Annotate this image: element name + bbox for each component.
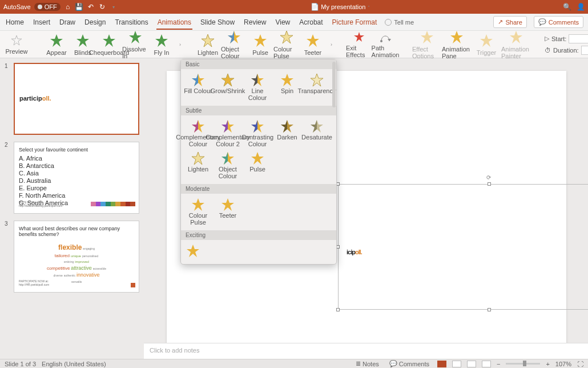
language-indicator[interactable]: English (United States) xyxy=(42,361,106,367)
autosave-toggle[interactable]: OFF xyxy=(34,3,61,11)
effect-teeter[interactable]: Teeter xyxy=(213,196,243,228)
path-animation-button[interactable]: Path Animation xyxy=(372,31,398,58)
anim-appear[interactable]: Appear xyxy=(43,33,70,56)
view-normal-icon[interactable] xyxy=(437,361,446,367)
tab-view[interactable]: View xyxy=(274,15,291,30)
slide-thumb-2[interactable]: Select your favourite continent A. Afric… xyxy=(14,142,139,214)
exit-effects-button[interactable]: Exit Effects xyxy=(346,31,372,58)
tab-picture-format[interactable]: Picture Format xyxy=(331,15,378,30)
effect-darken[interactable]: Darken xyxy=(272,118,302,150)
ribbon: Preview AppearBlindsChequerboardDissolve… xyxy=(0,31,588,58)
home-icon[interactable]: ⌂ xyxy=(64,3,72,11)
svg-marker-21 xyxy=(221,74,234,86)
anim-chequerboard[interactable]: Chequerboard xyxy=(96,33,122,56)
tab-draw[interactable]: Draw xyxy=(58,15,76,30)
view-sorter-icon[interactable] xyxy=(452,361,461,367)
tab-design[interactable]: Design xyxy=(83,15,107,30)
tab-animations[interactable]: Animations xyxy=(156,15,192,30)
group-header-subtle: Subtle xyxy=(181,106,336,115)
share-button[interactable]: ↗ Share xyxy=(493,16,526,28)
svg-marker-23 xyxy=(251,74,257,86)
svg-marker-9 xyxy=(254,34,267,47)
comments-toggle[interactable]: 💬 Comments xyxy=(387,360,432,367)
slide-thumb-1[interactable]: participoll. xyxy=(14,63,139,135)
effect-pulse[interactable]: Pulse xyxy=(243,150,272,182)
search-icon[interactable]: 🔍 xyxy=(563,3,571,11)
view-slideshow-icon[interactable] xyxy=(482,361,491,367)
svg-marker-24 xyxy=(281,74,293,86)
svg-marker-31 xyxy=(251,120,257,133)
anim-lighten[interactable]: Lighten xyxy=(195,33,221,56)
effect-desaturate[interactable]: Desaturate xyxy=(302,118,332,150)
animation-painter-button: Animation Painter xyxy=(501,30,531,59)
notes-pane[interactable]: Click to add notes xyxy=(144,343,588,359)
slide-3-note: PARTICIPATE NOW at: http://HR.participol… xyxy=(19,279,49,286)
qat-more-icon[interactable]: ▾ xyxy=(110,3,118,11)
redo-icon[interactable]: ↻ xyxy=(98,3,106,11)
rotate-handle-icon[interactable]: ⟳ xyxy=(486,174,492,180)
zoom-value[interactable]: 107% xyxy=(555,361,571,367)
svg-marker-1 xyxy=(50,34,63,47)
animation-pane-button[interactable]: Animation Pane xyxy=(442,30,472,59)
svg-marker-39 xyxy=(251,152,264,165)
tab-insert[interactable]: Insert xyxy=(32,15,51,30)
svg-marker-8 xyxy=(228,31,234,43)
fit-window-icon[interactable]: ⛶ xyxy=(577,361,583,367)
slide-2-note: VOTE NOW at: http://boardmeeting.partici… xyxy=(19,201,62,207)
svg-marker-15 xyxy=(421,31,433,43)
svg-marker-36 xyxy=(192,152,204,165)
anim-colour-pulse[interactable]: Colour Pulse xyxy=(273,30,300,59)
list-item: B. Antarctica xyxy=(19,162,134,169)
effect-object-colour[interactable]: Object Colour xyxy=(213,150,243,182)
save-icon[interactable]: 💾 xyxy=(75,3,83,11)
effect-contrasting-colour[interactable]: Contrasting Colour xyxy=(243,118,272,150)
effect-transparency[interactable]: Transparency xyxy=(302,71,332,103)
group-header-exciting: Exciting xyxy=(181,230,336,240)
view-reading-icon[interactable] xyxy=(467,361,476,367)
comments-button[interactable]: 💬 Comments xyxy=(534,16,583,28)
svg-marker-10 xyxy=(280,31,293,43)
tab-transitions[interactable]: Transitions xyxy=(114,15,149,30)
effect-fill-colour[interactable]: Fill Colour xyxy=(183,71,213,103)
tell-me[interactable]: Tell me xyxy=(385,19,414,26)
slide-indicator: Slide 1 of 3 xyxy=(5,361,36,367)
anim-pulse[interactable]: Pulse xyxy=(247,33,273,56)
notes-toggle[interactable]: ≣ Notes xyxy=(353,360,381,367)
svg-marker-38 xyxy=(221,152,228,165)
duration-input[interactable] xyxy=(581,46,588,55)
preview-button[interactable]: Preview xyxy=(3,34,30,55)
trigger-button: Trigger xyxy=(472,33,501,56)
effect-complementary-colour-2[interactable]: Complementary Colour 2 xyxy=(213,118,243,150)
effect-grow/shrink[interactable]: Grow/Shrink xyxy=(213,71,243,103)
anim-teeter[interactable]: Teeter xyxy=(300,33,326,56)
list-item: A. Africa xyxy=(19,155,134,162)
start-input[interactable] xyxy=(569,34,588,43)
emphasis-more-icon[interactable]: › xyxy=(331,42,332,47)
entrance-more-icon[interactable]: › xyxy=(179,42,181,47)
tab-review[interactable]: Review xyxy=(243,15,267,30)
svg-marker-5 xyxy=(155,34,168,47)
svg-marker-25 xyxy=(311,74,323,86)
effect-line-colour[interactable]: Line Colour xyxy=(243,71,272,103)
svg-marker-41 xyxy=(221,198,234,211)
anim-object-colour[interactable]: Object Colour xyxy=(221,30,247,59)
effect-colour-pulse[interactable]: Colour Pulse xyxy=(183,196,213,228)
tab-home[interactable]: Home xyxy=(5,15,25,30)
zoom-slider[interactable] xyxy=(506,363,540,365)
emphasis-effects-dropdown[interactable]: Basic Fill ColourGrow/ShrinkLine ColourS… xyxy=(180,59,337,265)
anim-fly-in[interactable]: Fly In xyxy=(148,33,175,56)
selection-box[interactable]: ⟳ icipoll. xyxy=(338,184,588,310)
effect-lighten[interactable]: Lighten xyxy=(183,150,213,182)
dropdown-scrollbar[interactable] xyxy=(332,62,336,107)
zoom-out-icon[interactable]: − xyxy=(497,361,500,367)
anim-dissolve-in[interactable]: Dissolve In xyxy=(122,30,148,59)
svg-marker-6 xyxy=(202,34,214,47)
zoom-in-icon[interactable]: + xyxy=(546,361,549,367)
tab-acrobat[interactable]: Acrobat xyxy=(298,15,324,30)
word-cloud: flexible engaging tailored unique person… xyxy=(19,243,134,285)
tab-slide-show[interactable]: Slide Show xyxy=(199,15,236,30)
document-title: 📄 My presentation ˅ xyxy=(121,3,559,11)
account-icon[interactable]: 👤 xyxy=(577,3,585,11)
undo-icon[interactable]: ↶ xyxy=(87,3,95,11)
slide-thumb-3[interactable]: What word best describes our new company… xyxy=(14,221,139,293)
